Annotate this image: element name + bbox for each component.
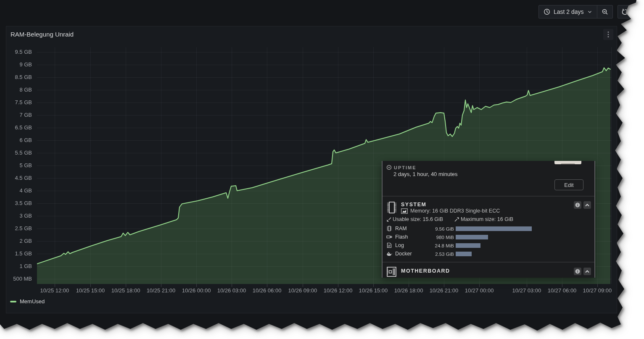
- meter-label: Flash: [395, 234, 408, 240]
- ram-chip-icon: [386, 226, 392, 231]
- section-divider: [383, 196, 594, 197]
- info-icon: [575, 268, 581, 274]
- panel-menu-button[interactable]: [603, 29, 613, 40]
- refresh-group: [618, 5, 637, 18]
- y-tick-label: 7 GB: [6, 112, 32, 118]
- docker-icon: [386, 251, 392, 257]
- y-tick-label: 5.5 GB: [6, 150, 32, 156]
- y-tick-label: 3 GB: [6, 213, 32, 219]
- x-tick-label: 10/26 18:00: [394, 287, 423, 294]
- zoom-out-button[interactable]: [597, 5, 612, 18]
- refresh-icon: [622, 8, 629, 16]
- clock-circle-icon: [386, 165, 392, 170]
- y-tick-label: 500 MB: [6, 276, 32, 282]
- x-tick-label: 10/25 18:00: [111, 287, 140, 294]
- meter-bar: [456, 243, 480, 248]
- grafana-dashboard: Last 2 days RAM-Belegung Unraid: [0, 0, 644, 339]
- time-range-picker[interactable]: Last 2 days: [539, 5, 597, 18]
- x-tick-label: 10/25 21:00: [147, 287, 176, 294]
- section-divider: [383, 262, 594, 263]
- y-tick-label: 2 GB: [6, 238, 32, 244]
- meter-row-ram: RAM9.56 GiB: [383, 225, 594, 233]
- motherboard-section-title: MOTHERBOARD: [401, 268, 450, 274]
- magnifier-minus-icon: [602, 8, 608, 15]
- shrink-arrows-icon: [386, 217, 392, 222]
- x-tick-label: 10/27 00:00: [465, 287, 494, 294]
- time-range-label: Last 2 days: [554, 8, 584, 15]
- edit-button[interactable]: Edit: [554, 179, 583, 190]
- y-tick-label: 1.5 GB: [6, 250, 32, 257]
- chevron-up-icon: [584, 202, 590, 208]
- y-tick-label: 3.5 GB: [6, 200, 32, 207]
- x-tick-label: 10/26 06:00: [253, 287, 282, 294]
- flash-drive-icon: [386, 234, 392, 240]
- motherboard-collapse-button[interactable]: [583, 268, 591, 275]
- meter-label: Log: [395, 242, 404, 248]
- y-tick-label: 8.5 GB: [6, 74, 32, 81]
- x-tick-label: 10/27 09:00: [583, 287, 612, 294]
- y-tick-label: 8 GB: [6, 87, 32, 93]
- y-tick-label: 4 GB: [6, 187, 32, 194]
- chevron-up-icon: [584, 268, 590, 274]
- y-axis: 9.5 GB9 GB8.5 GB8 GB7.5 GB7 GB6.5 GB6 GB…: [6, 0, 32, 339]
- y-tick-label: 6 GB: [6, 137, 32, 144]
- x-tick-label: 10/27 06:00: [548, 287, 577, 294]
- refresh-button[interactable]: [618, 5, 633, 18]
- unraid-system-info-overlay: UPTIME 2 days, 1 hour, 40 minutes Edit S…: [382, 161, 595, 278]
- info-icon: [575, 202, 581, 208]
- uptime-value: 2 days, 1 hour, 40 minutes: [393, 171, 457, 177]
- x-tick-label: 10/26 15:00: [359, 287, 388, 294]
- y-tick-label: 4.5 GB: [6, 175, 32, 181]
- memory-spec-text: Memory: 16 GiB DDR3 Single-bit ECC: [410, 208, 500, 214]
- y-tick-label: 1 GB: [6, 263, 32, 270]
- x-tick-label: 10/26 21:00: [430, 287, 459, 294]
- y-tick-label: 9.5 GB: [6, 49, 32, 55]
- chevron-down-icon: [587, 9, 592, 14]
- expand-arrows-icon: [454, 217, 459, 222]
- series-color-swatch: [10, 301, 16, 302]
- uptime-label: UPTIME: [394, 165, 417, 170]
- x-tick-label: 10/25 15:00: [76, 287, 105, 294]
- y-tick-label: 7.5 GB: [6, 99, 32, 106]
- chip-icon: [386, 201, 397, 214]
- x-tick-label: 10/26 09:00: [288, 287, 317, 294]
- meter-bar: [456, 252, 472, 256]
- maximum-size-text: Maximum size: 16 GiB: [461, 216, 513, 222]
- y-tick-label: 9 GB: [6, 61, 32, 68]
- system-section-title: SYSTEM: [401, 202, 426, 208]
- x-tick-label: 10/25 12:00: [40, 287, 69, 294]
- meter-value: 24.8 MiB: [420, 243, 454, 248]
- x-tick-label: 10/27 03:00: [512, 287, 541, 294]
- meter-bar: [456, 235, 488, 239]
- x-axis: 10/25 12:0010/25 15:0010/25 18:0010/25 2…: [37, 287, 612, 296]
- x-tick-label: 10/26 12:00: [324, 287, 353, 294]
- legend-label: MemUsed: [20, 298, 45, 305]
- x-tick-marks: [55, 284, 597, 287]
- area-chart-icon: [401, 208, 408, 214]
- system-info-button[interactable]: [574, 201, 581, 209]
- x-tick-label: 10/26 03:00: [217, 287, 246, 294]
- usable-size-text: Usable size: 15.6 GiB: [393, 216, 443, 222]
- meter-label: RAM: [395, 226, 407, 231]
- x-tick-label: 10/26 00:00: [182, 287, 211, 294]
- system-collapse-button[interactable]: [583, 201, 591, 209]
- kebab-icon: [607, 31, 609, 38]
- meter-value: 2.53 GiB: [420, 252, 454, 257]
- meter-bar: [456, 226, 532, 231]
- server-case-image: [554, 161, 581, 164]
- legend-item-memused[interactable]: MemUsed: [10, 298, 45, 305]
- y-tick-label: 5 GB: [6, 162, 32, 169]
- log-file-icon: [386, 242, 392, 248]
- motherboard-icon: [386, 266, 397, 277]
- meter-row-flash: Flash980 MiB: [383, 233, 594, 242]
- meter-row-log: Log24.8 MiB: [383, 242, 594, 250]
- meter-value: 9.56 GiB: [420, 226, 454, 231]
- y-tick-label: 2.5 GB: [6, 225, 32, 232]
- screenshot-page: Last 2 days RAM-Belegung Unraid: [0, 0, 644, 339]
- motherboard-info-button[interactable]: [574, 268, 581, 275]
- meter-row-docker: Docker2.53 GiB: [383, 250, 594, 258]
- torn-edge-wrapper: Last 2 days RAM-Belegung Unraid: [0, 0, 644, 339]
- y-tick-label: 6.5 GB: [6, 124, 32, 131]
- meter-label: Docker: [395, 251, 412, 257]
- time-controls-group: Last 2 days: [538, 5, 613, 18]
